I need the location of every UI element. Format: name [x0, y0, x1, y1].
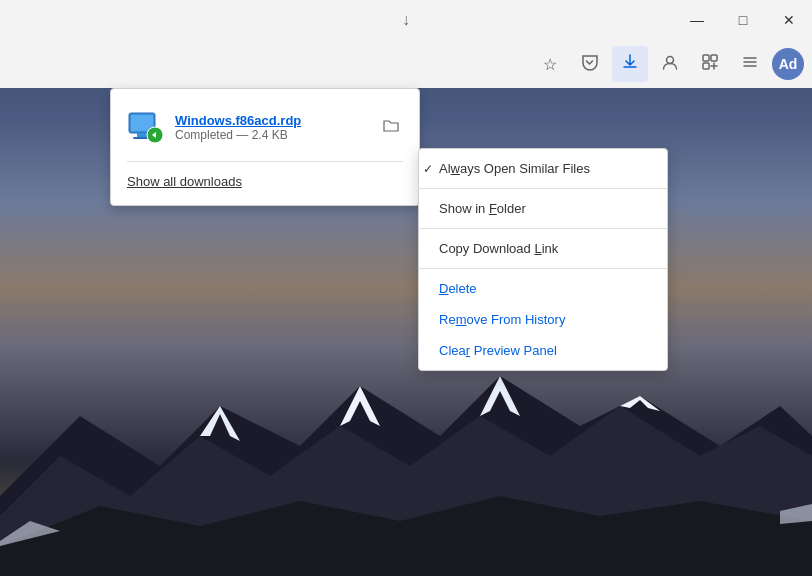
- menu-divider-2: [419, 228, 667, 229]
- svg-rect-15: [137, 133, 147, 137]
- download-panel: Windows.f86acd.rdp Completed — 2.4 KB Sh…: [110, 88, 420, 206]
- panel-divider: [127, 161, 403, 162]
- context-menu: Always Open Similar Files Show in Folder…: [418, 148, 668, 371]
- bookmark-icon: ☆: [543, 55, 557, 74]
- pocket-button[interactable]: [572, 46, 608, 82]
- scroll-icon: ↓: [402, 11, 410, 28]
- mountain-background: [0, 356, 812, 576]
- toolbar: ☆: [0, 40, 812, 88]
- file-icon: [127, 109, 163, 145]
- svg-rect-10: [703, 55, 709, 61]
- avatar[interactable]: Ad: [772, 48, 804, 80]
- svg-rect-11: [711, 55, 717, 61]
- download-filename[interactable]: Windows.f86acd.rdp: [175, 113, 367, 128]
- menu-divider-3: [419, 268, 667, 269]
- maximize-button[interactable]: □: [720, 0, 766, 40]
- show-all-downloads-link[interactable]: Show all downloads: [111, 170, 258, 193]
- pocket-icon: [581, 53, 599, 75]
- extensions-button[interactable]: [692, 46, 728, 82]
- downloads-icon: [621, 53, 639, 75]
- menu-button[interactable]: [732, 46, 768, 82]
- svg-rect-12: [703, 63, 709, 69]
- menu-item-always-open[interactable]: Always Open Similar Files: [419, 153, 667, 184]
- titlebar-controls: — □ ✕: [674, 0, 812, 40]
- downloads-button[interactable]: [612, 46, 648, 82]
- scroll-indicator: ↓: [402, 11, 410, 29]
- menu-item-copy-download-link[interactable]: Copy Download Link: [419, 233, 667, 264]
- download-item: Windows.f86acd.rdp Completed — 2.4 KB: [111, 101, 419, 153]
- extensions-icon: [701, 53, 719, 75]
- menu-item-clear-preview-panel[interactable]: Clear Preview Panel: [419, 335, 667, 366]
- account-button[interactable]: [652, 46, 688, 82]
- menu-item-label: Always Open Similar Files: [439, 161, 590, 176]
- download-folder-button[interactable]: [379, 113, 403, 141]
- account-icon: [661, 53, 679, 75]
- menu-item-show-in-folder[interactable]: Show in Folder: [419, 193, 667, 224]
- menu-icon: [741, 53, 759, 75]
- download-info: Windows.f86acd.rdp Completed — 2.4 KB: [175, 113, 367, 142]
- menu-item-remove-from-history[interactable]: Remove From History: [419, 304, 667, 335]
- menu-item-delete[interactable]: Delete: [419, 273, 667, 304]
- bookmark-button[interactable]: ☆: [532, 46, 568, 82]
- svg-point-9: [667, 57, 674, 64]
- titlebar: ↓ — □ ✕: [0, 0, 812, 40]
- download-status: Completed — 2.4 KB: [175, 128, 367, 142]
- menu-divider-1: [419, 188, 667, 189]
- minimize-button[interactable]: —: [674, 0, 720, 40]
- close-button[interactable]: ✕: [766, 0, 812, 40]
